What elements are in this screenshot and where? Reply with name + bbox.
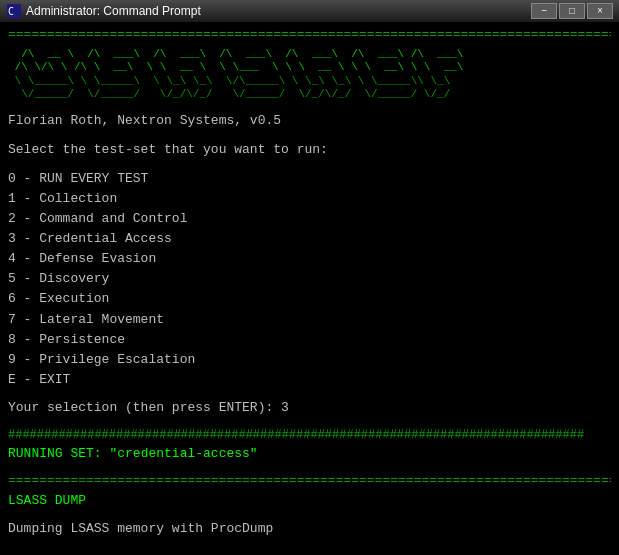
minimize-button[interactable]: − bbox=[531, 3, 557, 19]
blank-4 bbox=[8, 390, 611, 398]
close-button[interactable]: × bbox=[587, 3, 613, 19]
ascii-line-3: \ \_____\ \ \_____\ \ \_\ \_\ \/\_____\ … bbox=[8, 75, 611, 88]
ascii-line-4: \/_____/ \/_____/ \/_/\/_/ \/_____/ \/_/… bbox=[8, 88, 611, 101]
menu-item-9: 9 - Privilege Escalation bbox=[8, 350, 611, 370]
separator-top: ========================================… bbox=[8, 26, 611, 44]
menu-item-5: 5 - Discovery bbox=[8, 269, 611, 289]
menu-item-2: 2 - Command and Control bbox=[8, 209, 611, 229]
menu-item-8: 8 - Persistence bbox=[8, 330, 611, 350]
separator-mid: ========================================… bbox=[8, 472, 611, 490]
blank-7 bbox=[8, 511, 611, 519]
select-prompt: Select the test-set that you want to run… bbox=[8, 140, 611, 161]
svg-text:C: C bbox=[8, 6, 14, 17]
menu-item-3: 3 - Credential Access bbox=[8, 229, 611, 249]
menu-item-1: 1 - Collection bbox=[8, 189, 611, 209]
menu-item-7: 7 - Lateral Movement bbox=[8, 310, 611, 330]
menu-item-e: E - EXIT bbox=[8, 370, 611, 390]
title-bar-text: Administrator: Command Prompt bbox=[26, 4, 527, 18]
menu-item-6: 6 - Execution bbox=[8, 289, 611, 309]
hash-line: ########################################… bbox=[8, 427, 611, 444]
running-set-label: RUNNING SET: bbox=[8, 446, 102, 461]
ascii-line-2: /\ \/\ \ /\ \ __\ \ \ __ \ \ \___ \ \ \ … bbox=[8, 61, 611, 74]
blank-3 bbox=[8, 161, 611, 169]
title-bar-controls: − □ × bbox=[531, 3, 613, 19]
blank-1 bbox=[8, 103, 611, 111]
cmd-icon: C bbox=[6, 3, 22, 19]
title-bar: C Administrator: Command Prompt − □ × bbox=[0, 0, 619, 22]
console-area: ========================================… bbox=[0, 22, 619, 555]
blank-2 bbox=[8, 132, 611, 140]
blank-5 bbox=[8, 419, 611, 427]
dumping-line: Dumping LSASS memory with ProcDump bbox=[8, 519, 611, 540]
lsass-dump-header: LSASS DUMP bbox=[8, 491, 611, 512]
menu-item-0: 0 - RUN EVERY TEST bbox=[8, 169, 611, 189]
maximize-button[interactable]: □ bbox=[559, 3, 585, 19]
menu-item-4: 4 - Defense Evasion bbox=[8, 249, 611, 269]
author-line: Florian Roth, Nextron Systems, v0.5 bbox=[8, 111, 611, 132]
running-set-line: RUNNING SET: "credential-access" bbox=[8, 444, 611, 465]
ascii-art-block: /\ __ \ /\ ___\ /\ ___\ /\ ___\ /\ ___\ … bbox=[8, 48, 611, 101]
ascii-line-1: /\ __ \ /\ ___\ /\ ___\ /\ ___\ /\ ___\ … bbox=[8, 48, 611, 61]
running-set-value: "credential-access" bbox=[109, 446, 257, 461]
blank-6 bbox=[8, 464, 611, 472]
selection-line: Your selection (then press ENTER): 3 bbox=[8, 398, 611, 419]
